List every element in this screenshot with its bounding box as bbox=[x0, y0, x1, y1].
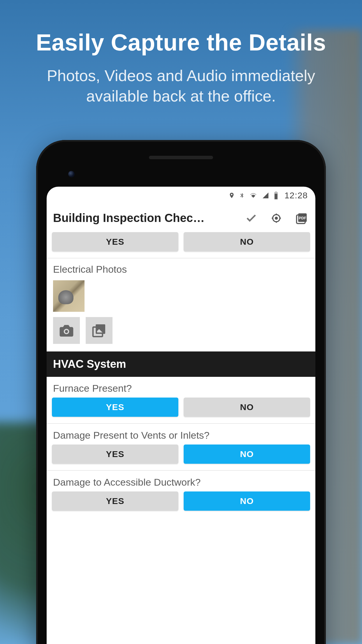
target-location-icon[interactable] bbox=[270, 212, 283, 225]
cellular-icon bbox=[262, 192, 269, 199]
question-furnace-present: Furnace Present? bbox=[47, 377, 315, 398]
photo-actions bbox=[47, 317, 315, 351]
hero-subtitle-line2: available back at the office. bbox=[86, 87, 276, 105]
svg-point-6 bbox=[65, 330, 68, 333]
app-bar-actions: PDF bbox=[245, 212, 310, 225]
no-button[interactable]: NO bbox=[184, 444, 310, 464]
battery-icon bbox=[273, 191, 279, 200]
hero-subtitle-line1: Photos, Videos and Audio immediately bbox=[47, 67, 315, 84]
bluetooth-icon bbox=[239, 191, 245, 200]
phone-speaker bbox=[149, 156, 213, 159]
phone-screen: 12:28 Building Inspection Chec… PDF YES … bbox=[47, 187, 315, 644]
wifi-icon bbox=[249, 192, 258, 199]
hero-title: Easily Capture the Details bbox=[0, 29, 362, 56]
question-vents-damage: Damage Present to Vents or Inlets? bbox=[47, 424, 315, 444]
yes-no-row-vents: YES NO bbox=[47, 444, 315, 470]
app-bar: Building Inspection Chec… PDF bbox=[47, 204, 315, 232]
yes-button[interactable]: YES bbox=[52, 491, 178, 511]
electrical-photos-label: Electrical Photos bbox=[47, 258, 315, 279]
checkmark-icon[interactable] bbox=[245, 212, 258, 225]
yes-button[interactable]: YES bbox=[52, 232, 178, 251]
no-button[interactable]: NO bbox=[184, 398, 310, 417]
yes-button[interactable]: YES bbox=[52, 444, 178, 464]
gallery-button[interactable] bbox=[86, 317, 113, 344]
pdf-icon[interactable]: PDF bbox=[295, 212, 308, 225]
app-title: Building Inspection Chec… bbox=[53, 211, 245, 225]
no-button[interactable]: NO bbox=[184, 232, 310, 251]
photo-thumbnail[interactable] bbox=[53, 280, 85, 312]
location-icon bbox=[229, 191, 235, 200]
yes-no-row-furnace: YES NO bbox=[47, 398, 315, 423]
status-bar: 12:28 bbox=[47, 187, 315, 204]
status-time: 12:28 bbox=[284, 190, 308, 200]
hvac-section-header: HVAC System bbox=[47, 351, 315, 377]
content: YES NO Electrical Photos HVAC System Fur… bbox=[47, 232, 315, 517]
yes-no-row-ductwork: YES NO bbox=[47, 491, 315, 517]
yes-button[interactable]: YES bbox=[52, 398, 178, 417]
no-button[interactable]: NO bbox=[184, 491, 310, 511]
hero-subtitle: Photos, Videos and Audio immediately ava… bbox=[0, 65, 362, 106]
svg-point-0 bbox=[275, 216, 278, 220]
yes-no-row-top: YES NO bbox=[47, 232, 315, 258]
camera-button[interactable] bbox=[53, 317, 80, 344]
phone-camera bbox=[68, 171, 75, 177]
phone-frame: 12:28 Building Inspection Chec… PDF YES … bbox=[36, 140, 326, 644]
hero: Easily Capture the Details Photos, Video… bbox=[0, 0, 362, 106]
svg-text:PDF: PDF bbox=[299, 216, 306, 220]
question-ductwork-damage: Damage to Accessible Ductwork? bbox=[47, 471, 315, 491]
